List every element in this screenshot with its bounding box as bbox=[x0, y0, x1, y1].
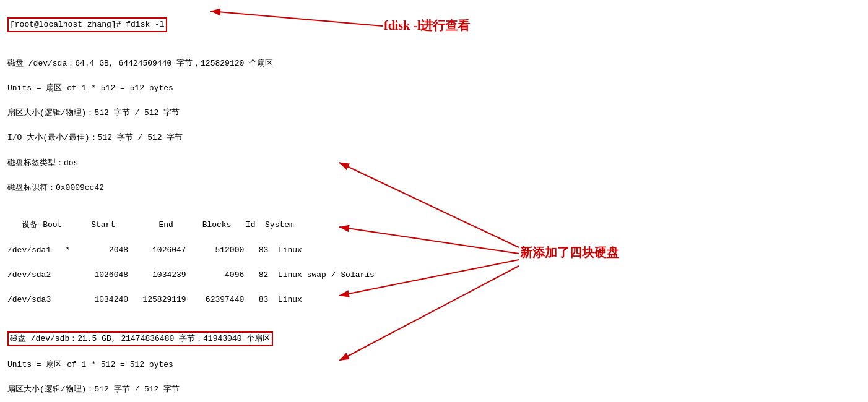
sda2-row: /dev/sda2 1026048 1034239 4096 82 Linux … bbox=[7, 270, 375, 280]
terminal: [root@localhost zhang]# fdisk -l 磁盘 /dev… bbox=[0, 0, 868, 402]
sdb-units: Units = 扇区 of 1 * 512 = 512 bytes bbox=[7, 360, 173, 369]
terminal-content: [root@localhost zhang]# fdisk -l 磁盘 /dev… bbox=[0, 0, 868, 402]
units-line: Units = 扇区 of 1 * 512 = 512 bytes bbox=[7, 83, 173, 93]
fdisk-annotation-label: fdisk -l进行查看 bbox=[384, 17, 470, 34]
disk-label: 磁盘标签类型：dos bbox=[7, 158, 78, 168]
newdisk-annotation-label: 新添加了四块硬盘 bbox=[520, 244, 619, 261]
sda-info: 磁盘 /dev/sda：64.4 GB, 64424509440 字节，1258… bbox=[7, 59, 273, 68]
sector-size: 扇区大小(逻辑/物理)：512 字节 / 512 字节 bbox=[7, 108, 180, 118]
sda1-row: /dev/sda1 * 2048 1026047 512000 83 Linux bbox=[7, 246, 302, 255]
sdb-sector: 扇区大小(逻辑/物理)：512 字节 / 512 字节 bbox=[7, 385, 180, 394]
table-header: 设备 Boot Start End Blocks Id System bbox=[7, 220, 294, 229]
sdb-info: 磁盘 /dev/sdb：21.5 GB, 21474836480 字节，4194… bbox=[7, 331, 273, 346]
cmd-prompt: [root@localhost zhang]# fdisk -l bbox=[7, 17, 167, 32]
io-size: I/O 大小(最小/最佳)：512 字节 / 512 字节 bbox=[7, 133, 183, 142]
sda3-row: /dev/sda3 1034240 125829119 62397440 83 … bbox=[7, 295, 302, 304]
disk-id: 磁盘标识符：0x0009cc42 bbox=[7, 183, 104, 192]
